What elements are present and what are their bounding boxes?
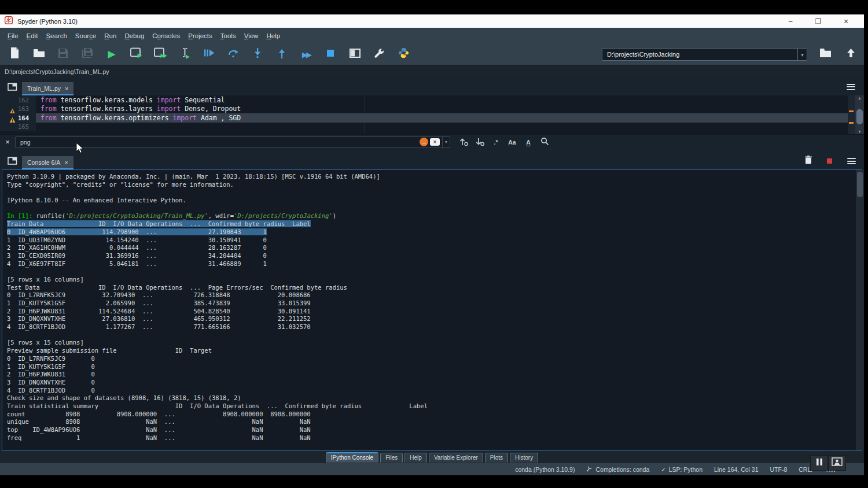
close-button[interactable]: × (841, 17, 851, 26)
code-text: from tensorflow.keras.models import Sequ… (36, 96, 225, 104)
continue-execution-icon: ▶▶ (302, 49, 310, 60)
run-file-button[interactable]: ▶ (100, 46, 124, 63)
python-environment-button[interactable] (391, 46, 415, 63)
editor-line-162[interactable]: 162from tensorflow.keras.models import S… (0, 95, 864, 105)
close-find-button[interactable]: × (0, 138, 15, 146)
parent-directory-button[interactable] (843, 46, 858, 63)
find-next-button[interactable] (475, 137, 485, 147)
clear-search-icon[interactable]: × (430, 138, 440, 146)
run-selection-icon (180, 47, 190, 61)
recording-overlay (810, 455, 846, 471)
menu-source[interactable]: Source (71, 30, 100, 42)
menu-edit[interactable]: Edit (23, 30, 42, 42)
console-line: top ID_4W8AP96UO6 NaN ... NaN NaN (2, 426, 862, 434)
stop-button[interactable] (318, 46, 343, 63)
status-bar: conda (Python 3.10.9)Completions: conda✓… (0, 463, 864, 475)
console-line: unique 8908 NaN ... NaN NaN (2, 418, 862, 426)
save-button[interactable] (51, 46, 75, 63)
up-arrow-icon (847, 48, 855, 60)
chevron-down-icon[interactable]: ▾ (797, 49, 807, 60)
preferences-button[interactable] (367, 46, 391, 63)
panel-tab-history[interactable]: History (510, 453, 538, 463)
line-number-gutter: 162 (0, 95, 36, 105)
case-sensitive-button[interactable]: Aa (507, 137, 517, 147)
search-magnifier-button[interactable] (539, 137, 550, 147)
menu-view[interactable]: View (240, 30, 263, 42)
step-over-button[interactable] (221, 46, 245, 63)
editor-line-165[interactable]: 165 (0, 123, 864, 132)
trash-icon[interactable] (805, 156, 812, 167)
close-icon[interactable]: × (64, 159, 68, 166)
continue-execution-button[interactable]: ▶▶ (294, 46, 318, 63)
editor-line-163[interactable]: 163from tensorflow.keras.layers import D… (0, 105, 864, 114)
status-conda-env-text: conda (Python 3.10.9) (515, 466, 575, 473)
editor-options-button[interactable] (843, 80, 858, 93)
step-into-button[interactable] (245, 46, 270, 63)
run-cell-icon (130, 47, 142, 61)
run-cell-button[interactable] (124, 46, 148, 63)
new-file-button[interactable] (2, 46, 27, 63)
run-file-icon: ▶ (108, 48, 115, 60)
console-line: 4 ID_X6E97FT8IF 5.046181 ... 31.466889 1 (2, 260, 862, 268)
menu-search[interactable]: Search (42, 30, 71, 42)
working-directory-combobox[interactable]: D:\projects\CryptoJacking ▾ (602, 48, 807, 61)
console-tab[interactable]: Console 6/A × (22, 156, 73, 169)
open-file-button[interactable] (27, 46, 51, 63)
code-text: from tensorflow.keras.layers import Dens… (36, 105, 241, 113)
find-previous-button[interactable] (458, 137, 469, 147)
run-cell-advance-button[interactable] (148, 46, 172, 63)
panel-tab-variable-explorer[interactable]: Variable Explorer (429, 453, 483, 463)
panel-tab-bar: IPython ConsoleFilesHelpVariable Explore… (0, 451, 864, 463)
console-line: 1 ID_KUTY5K1G5F 2.065990 ... 385.473839 … (2, 300, 862, 308)
menu-file[interactable]: File (3, 30, 23, 42)
panel-tab-help[interactable]: Help (404, 453, 427, 463)
editor-scrollbar-thumb[interactable] (856, 109, 863, 124)
scroll-down-icon[interactable]: ▼ (858, 129, 862, 134)
save-all-button[interactable] (75, 46, 100, 63)
editor-tab-train-ml[interactable]: Train_ML.py × (22, 82, 73, 95)
breadcrumb: D:\projects\CryptoJacking\Train_ML.py (0, 68, 109, 75)
python-environment-icon (398, 47, 409, 61)
editor-code-area[interactable]: 162from tensorflow.keras.models import S… (0, 95, 864, 134)
preferences-icon (374, 48, 384, 61)
search-history-dropdown[interactable]: ▾ (442, 137, 450, 147)
console-line: In [1]: runfile('D:/projects/CryptoJacki… (2, 212, 862, 220)
panel-tab-ipython-console[interactable]: IPython Console (326, 452, 378, 463)
find-next-icon (475, 137, 484, 147)
whole-words-button[interactable]: A (523, 137, 534, 147)
console-scrollbar[interactable] (856, 170, 864, 450)
panel-tab-files[interactable]: Files (380, 453, 403, 463)
minimize-button[interactable]: – (785, 17, 796, 25)
browse-directory-button[interactable] (818, 46, 833, 63)
console-line: 3 ID_CEXD05IR09 31.369916 ... 34.204404 … (2, 252, 862, 260)
menu-debug[interactable]: Debug (120, 30, 148, 42)
menu-tools[interactable]: Tools (216, 30, 240, 42)
close-icon[interactable]: × (65, 85, 68, 92)
restore-button[interactable]: ❐ (813, 17, 823, 25)
console-options-icon[interactable] (847, 157, 856, 166)
menu-projects[interactable]: Projects (184, 30, 216, 42)
warning-flag[interactable] (849, 122, 854, 124)
regex-button[interactable]: .* (491, 137, 501, 147)
debug-file-button[interactable] (197, 46, 221, 63)
pause-button[interactable] (810, 455, 828, 471)
presenter-button[interactable] (828, 455, 846, 471)
menu-consoles[interactable]: Consoles (148, 30, 184, 42)
panel-tab-plots[interactable]: Plots (485, 453, 508, 463)
console-output[interactable]: Python 3.10.9 | packaged by Anaconda, In… (2, 169, 862, 451)
interrupt-kernel-icon[interactable] (827, 158, 832, 164)
editor-scrollbar[interactable]: ▲ ▼ (855, 95, 864, 134)
maximize-pane-button[interactable] (343, 46, 367, 63)
browse-tabs-button[interactable] (5, 156, 20, 168)
run-selection-button[interactable] (172, 46, 197, 63)
browse-tabs-button[interactable] (5, 82, 20, 94)
screen-border (864, 14, 868, 475)
step-out-button[interactable] (270, 46, 294, 63)
console-scrollbar-thumb[interactable] (857, 172, 863, 197)
menu-run[interactable]: Run (100, 30, 120, 42)
editor-line-164[interactable]: 164from tensorflow.keras.optimizers impo… (0, 113, 864, 123)
menu-help[interactable]: Help (262, 30, 284, 42)
warning-flag[interactable] (849, 110, 854, 112)
line-number: 164 (18, 114, 36, 121)
scroll-up-icon[interactable]: ▲ (858, 95, 862, 101)
